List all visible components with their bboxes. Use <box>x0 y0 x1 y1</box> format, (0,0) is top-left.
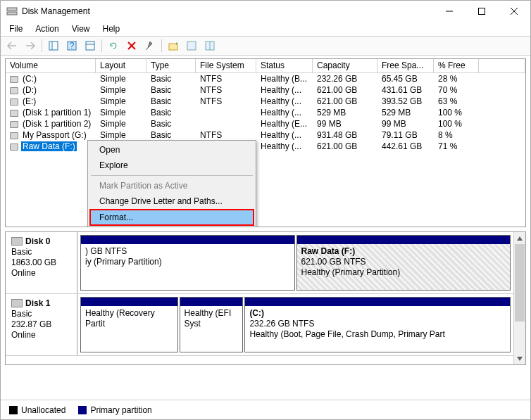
toolbar-icon[interactable] <box>183 38 200 53</box>
partition[interactable]: Healthy (EFI Syst <box>180 297 244 352</box>
menu-bar: File Action View Help <box>1 22 530 36</box>
svg-text:?: ? <box>70 41 75 51</box>
swatch-icon <box>78 406 87 414</box>
disk-partitions: ) GB NTFSiy (Primary Partition)Raw Data … <box>77 232 513 293</box>
volume-row[interactable]: Raw Data (F:)SimpleBasicNTFSHealthy (...… <box>6 141 525 152</box>
volume-row[interactable]: (Disk 1 partition 1)SimpleBasicHealthy (… <box>6 107 525 118</box>
column-header[interactable] <box>479 59 525 72</box>
column-header[interactable]: Layout <box>96 59 146 72</box>
legend-unallocated: Unallocated <box>9 405 65 415</box>
context-separator <box>91 175 253 176</box>
context-item[interactable]: Change Drive Letter and Paths... <box>89 193 254 209</box>
toolbar-separator <box>42 39 42 52</box>
scroll-up-icon[interactable] <box>514 232 525 244</box>
column-header[interactable]: Capacity <box>313 59 377 72</box>
disk-map: Disk 0Basic1863.00 GBOnline) GB NTFSiy (… <box>5 231 526 365</box>
svg-rect-1 <box>7 12 17 15</box>
context-item[interactable]: Explore <box>89 158 254 173</box>
toolbar-icon[interactable] <box>142 38 158 53</box>
delete-icon[interactable] <box>123 38 140 53</box>
volume-icon <box>10 144 18 151</box>
svg-rect-0 <box>7 8 17 11</box>
partition[interactable]: Healthy (Recovery Partit <box>80 297 178 352</box>
partition[interactable]: ) GB NTFSiy (Primary Partition) <box>80 235 295 291</box>
disk-icon <box>11 299 23 307</box>
volume-icon <box>10 121 18 128</box>
toolbar-icon[interactable] <box>82 38 99 53</box>
swatch-icon <box>9 406 18 414</box>
window-buttons <box>433 1 530 22</box>
minimize-button[interactable] <box>433 1 466 22</box>
menu-view[interactable]: View <box>66 23 96 35</box>
volume-icon <box>10 110 18 117</box>
menu-help[interactable]: Help <box>97 23 126 35</box>
svg-rect-3 <box>479 8 485 15</box>
window-title: Disk Management <box>22 6 433 16</box>
volume-row[interactable]: My Passport (G:)SimpleBasicNTFSHealthy (… <box>6 129 525 141</box>
column-header[interactable]: Status <box>256 59 313 72</box>
menu-action[interactable]: Action <box>30 23 64 35</box>
toolbar: ? <box>1 36 530 56</box>
partition-header <box>180 298 243 306</box>
partition-header <box>81 236 294 244</box>
partition-header <box>81 298 177 306</box>
disk-label: Disk 0Basic1863.00 GBOnline <box>6 232 77 293</box>
legend: Unallocated Primary partition <box>1 400 530 419</box>
toolbar-icon[interactable] <box>165 38 182 53</box>
toolbar-icon[interactable] <box>45 38 62 53</box>
scroll-down-icon[interactable] <box>514 352 525 364</box>
refresh-icon[interactable] <box>105 38 122 53</box>
disk-icon <box>11 237 23 246</box>
volume-list-body: (C:)SimpleBasicNTFSHealthy (B...232.26 G… <box>6 73 525 152</box>
column-header[interactable]: % Free <box>434 59 479 72</box>
volume-icon <box>10 132 18 139</box>
title-bar: Disk Management <box>1 1 530 22</box>
volume-list: Volume Layout Type File System Status Ca… <box>5 58 526 227</box>
volume-row[interactable]: (Disk 1 partition 2)SimpleBasicHealthy (… <box>6 118 525 129</box>
partition-header <box>245 298 510 306</box>
forward-button[interactable] <box>22 38 39 53</box>
volume-icon <box>10 87 18 94</box>
volume-row[interactable]: (C:)SimpleBasicNTFSHealthy (B...232.26 G… <box>6 73 525 84</box>
disk-row: Disk 0Basic1863.00 GBOnline) GB NTFSiy (… <box>6 232 513 294</box>
svg-rect-6 <box>49 42 58 50</box>
volume-icon <box>10 98 18 106</box>
back-button[interactable] <box>4 38 20 53</box>
scroll-thumb[interactable] <box>515 244 525 322</box>
column-header[interactable]: File System <box>196 59 256 72</box>
close-button[interactable] <box>498 1 530 22</box>
column-header[interactable]: Volume <box>6 59 96 72</box>
context-item[interactable]: Open <box>89 142 254 158</box>
svg-rect-15 <box>187 42 196 50</box>
toolbar-separator <box>101 39 102 52</box>
volume-icon <box>10 76 18 83</box>
volume-row[interactable]: (E:)SimpleBasicNTFSHealthy (...621.00 GB… <box>6 96 525 107</box>
volume-list-header: Volume Layout Type File System Status Ca… <box>6 59 525 73</box>
svg-rect-10 <box>86 42 94 50</box>
column-header[interactable]: Free Spa... <box>377 59 434 72</box>
disk-label: Disk 1Basic232.87 GBOnline <box>6 294 77 355</box>
vertical-scrollbar[interactable] <box>513 232 525 364</box>
context-item: Mark Partition as Active <box>89 178 254 193</box>
app-icon <box>6 6 18 17</box>
partition-header <box>297 236 511 244</box>
partition[interactable]: (C:)232.26 GB NTFSHealthy (Boot, Page Fi… <box>244 297 511 352</box>
column-header[interactable]: Type <box>146 59 196 72</box>
volume-row[interactable]: (D:)SimpleBasicNTFSHealthy (...621.00 GB… <box>6 84 525 96</box>
context-item[interactable]: Format... <box>89 209 254 226</box>
menu-file[interactable]: File <box>4 23 28 35</box>
disk-row: Disk 1Basic232.87 GBOnlineHealthy (Recov… <box>6 294 513 356</box>
disk-partitions: Healthy (Recovery PartitHealthy (EFI Sys… <box>77 294 513 355</box>
context-menu: OpenExploreMark Partition as ActiveChang… <box>87 140 256 227</box>
help-icon[interactable]: ? <box>63 38 80 53</box>
disk-map-body: Disk 0Basic1863.00 GBOnline) GB NTFSiy (… <box>6 232 513 364</box>
legend-primary: Primary partition <box>78 405 151 415</box>
toolbar-separator <box>161 39 162 52</box>
toolbar-icon[interactable] <box>201 38 218 53</box>
partition[interactable]: Raw Data (F:)621.00 GB NTFSHealthy (Prim… <box>296 235 511 291</box>
maximize-button[interactable] <box>466 1 498 22</box>
